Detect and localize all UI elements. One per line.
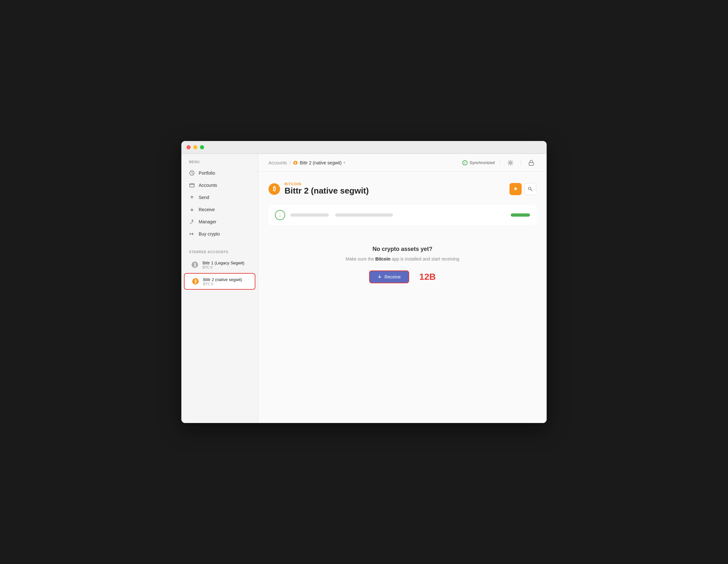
starred-account-bittr1[interactable]: ₿ Bittr 1 (Legacy Segwit) BTC 0 bbox=[184, 257, 255, 272]
svg-rect-1 bbox=[190, 184, 194, 187]
page-header: ₿ BITCOIN Bittr 2 (native segwit) bbox=[269, 182, 536, 196]
clock-icon bbox=[189, 170, 195, 176]
sidebar-item-buy[interactable]: Buy crypto bbox=[181, 228, 258, 240]
sidebar-item-send[interactable]: Send bbox=[181, 191, 258, 203]
empty-desc-suffix: app is installed and start receiving bbox=[391, 256, 459, 261]
svg-point-8 bbox=[509, 162, 511, 164]
app-window: MENU Portfolio bbox=[181, 141, 547, 423]
top-bar: Accounts / ₿ Bittr 2 (native segwit) ▾ bbox=[258, 154, 547, 172]
wallet-icon bbox=[189, 182, 195, 188]
manager-label: Manager bbox=[199, 219, 216, 224]
star-button[interactable] bbox=[509, 183, 522, 195]
sidebar-item-portfolio[interactable]: Portfolio bbox=[181, 167, 258, 179]
starred-label: STARRED ACCOUNTS bbox=[181, 250, 258, 254]
accounts-label: Accounts bbox=[199, 183, 217, 188]
sidebar-item-accounts[interactable]: Accounts bbox=[181, 179, 258, 191]
skeleton-line-2 bbox=[335, 213, 393, 217]
empty-desc-bold: Bitcoin bbox=[375, 256, 390, 261]
settings-button[interactable] bbox=[505, 158, 516, 168]
chevron-down-icon: ▾ bbox=[343, 161, 345, 164]
breadcrumb: Accounts / ₿ Bittr 2 (native segwit) ▾ bbox=[269, 160, 345, 165]
page-title: Bittr 2 (native segwit) bbox=[285, 186, 369, 196]
send-label: Send bbox=[199, 195, 209, 200]
top-bar-actions: Synchronized bbox=[462, 158, 536, 168]
coin-label: BITCOIN bbox=[285, 182, 369, 186]
bittr1-name: Bittr 1 (Legacy Segwit) bbox=[203, 261, 244, 265]
btc-breadcrumb-icon: ₿ bbox=[293, 161, 298, 165]
sync-status: Synchronized bbox=[462, 160, 495, 165]
breadcrumb-current: ₿ Bittr 2 (native segwit) ▾ bbox=[293, 160, 345, 165]
buy-icon bbox=[189, 231, 195, 237]
starred-accounts: STARRED ACCOUNTS ₿ Bittr 1 (Legacy Segwi… bbox=[181, 250, 258, 290]
sidebar-nav: MENU Portfolio bbox=[181, 160, 258, 240]
down-arrow-icon: ↓ bbox=[279, 212, 281, 218]
portfolio-label: Portfolio bbox=[199, 170, 215, 176]
buy-label: Buy crypto bbox=[199, 231, 220, 236]
receive-btn-label: Receive bbox=[385, 274, 401, 279]
bittr2-balance: BTC 0 bbox=[203, 282, 242, 286]
breadcrumb-root[interactable]: Accounts bbox=[269, 160, 287, 165]
annotation-12b: 12B bbox=[419, 272, 436, 282]
skeleton-lines bbox=[290, 213, 530, 217]
svg-text:₿: ₿ bbox=[194, 279, 197, 284]
empty-desc-prefix: Make sure the bbox=[346, 256, 376, 261]
receive-button[interactable]: Receive bbox=[369, 270, 409, 283]
skeleton-line-1 bbox=[290, 213, 329, 217]
bittr2-name: Bittr 2 (native segwit) bbox=[203, 277, 242, 282]
title-bar bbox=[181, 141, 547, 154]
btc-gray-icon: ₿ bbox=[190, 260, 199, 269]
page-header-actions bbox=[509, 183, 536, 195]
empty-state: No crypto assets yet? Make sure the Bitc… bbox=[269, 233, 536, 296]
empty-desc: Make sure the Bitcoin app is installed a… bbox=[275, 256, 530, 261]
sidebar-item-manager[interactable]: Manager bbox=[181, 216, 258, 228]
receive-btn-icon bbox=[377, 275, 382, 279]
bittr2-info: Bittr 2 (native segwit) BTC 0 bbox=[203, 277, 242, 286]
menu-label: MENU bbox=[181, 160, 258, 164]
maximize-button[interactable] bbox=[200, 145, 204, 149]
minimize-button[interactable] bbox=[193, 145, 197, 149]
receive-label: Receive bbox=[199, 207, 215, 212]
sync-icon bbox=[462, 160, 467, 165]
sidebar-item-receive[interactable]: Receive bbox=[181, 203, 258, 216]
empty-title: No crypto assets yet? bbox=[275, 246, 530, 253]
close-button[interactable] bbox=[186, 145, 191, 149]
btc-orange-icon: ₿ bbox=[191, 277, 200, 286]
page-title-text: BITCOIN Bittr 2 (native segwit) bbox=[285, 182, 369, 196]
main-content: Accounts / ₿ Bittr 2 (native segwit) ▾ bbox=[258, 154, 547, 423]
send-icon bbox=[189, 195, 195, 200]
starred-account-bittr2[interactable]: ₿ Bittr 2 (native segwit) BTC 0 bbox=[184, 273, 255, 290]
page-title-area: ₿ BITCOIN Bittr 2 (native segwit) bbox=[269, 182, 369, 196]
app-body: MENU Portfolio bbox=[181, 154, 547, 423]
transaction-skeleton: ↓ bbox=[269, 205, 536, 225]
sidebar: MENU Portfolio bbox=[181, 154, 258, 423]
svg-text:₿: ₿ bbox=[194, 262, 196, 267]
page-content: ₿ BITCOIN Bittr 2 (native segwit) bbox=[258, 172, 547, 423]
transaction-icon: ↓ bbox=[275, 210, 285, 220]
key-button[interactable] bbox=[524, 183, 536, 195]
skeleton-line-3 bbox=[511, 213, 530, 217]
sync-label: Synchronized bbox=[469, 160, 495, 165]
btc-large-icon: ₿ bbox=[269, 183, 280, 195]
tool-icon bbox=[189, 219, 195, 225]
divider-2 bbox=[521, 160, 521, 166]
breadcrumb-separator: / bbox=[290, 160, 291, 165]
bittr1-info: Bittr 1 (Legacy Segwit) BTC 0 bbox=[203, 261, 244, 269]
lock-button[interactable] bbox=[526, 158, 536, 168]
bittr1-balance: BTC 0 bbox=[203, 265, 244, 269]
svg-rect-9 bbox=[529, 162, 534, 165]
traffic-lights bbox=[186, 145, 204, 149]
divider-1 bbox=[500, 160, 500, 166]
receive-icon bbox=[189, 207, 195, 212]
